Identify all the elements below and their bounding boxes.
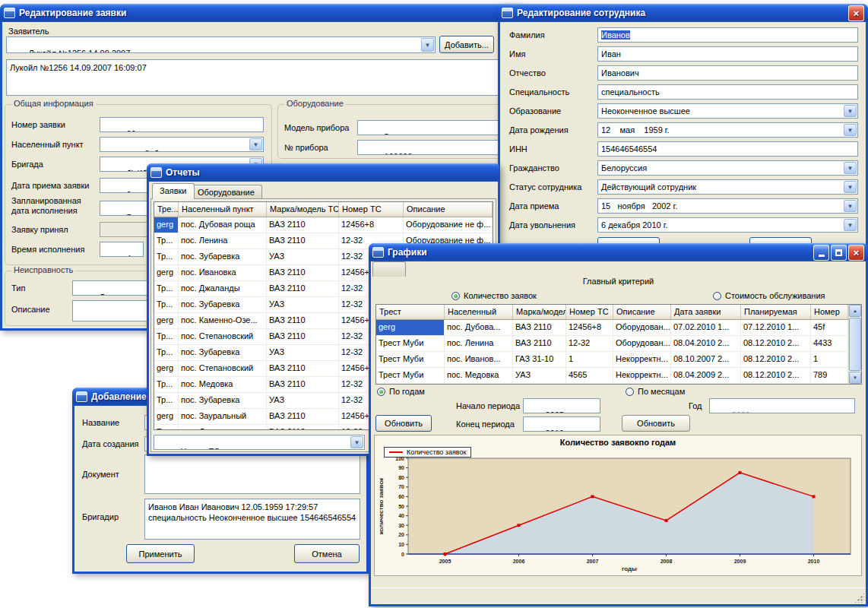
table-cell[interactable]: 12456+8 bbox=[566, 320, 613, 335]
table-cell[interactable]: пос. Иванов... bbox=[445, 352, 513, 367]
table-cell[interactable]: УАЗ bbox=[267, 393, 339, 408]
column-header[interactable]: Марка/модель ТС bbox=[267, 202, 339, 217]
titlebar-employee-edit[interactable]: Редактирование сотрудника × bbox=[498, 4, 868, 22]
table-cell[interactable]: ГАЗ 31-10 bbox=[513, 352, 566, 367]
minimize-button[interactable] bbox=[813, 245, 829, 261]
column-header[interactable]: Номер bbox=[811, 305, 848, 319]
titlebar-reports[interactable]: Отчеты bbox=[147, 163, 500, 182]
column-header[interactable]: Планируемая bbox=[741, 305, 811, 319]
refresh-year-button[interactable]: Обновить bbox=[622, 415, 690, 432]
table-cell[interactable]: ВАЗ 2110 bbox=[513, 320, 566, 335]
table-cell[interactable]: пос. Дубова... bbox=[445, 320, 513, 335]
table-cell[interactable]: пос. Зубаревка bbox=[179, 249, 267, 264]
scroll-down-button[interactable]: ▼ bbox=[849, 372, 861, 384]
chevron-down-icon[interactable]: ▼ bbox=[844, 162, 857, 174]
table-cell[interactable]: gerg bbox=[154, 361, 179, 376]
table-cell[interactable]: Тр... bbox=[154, 329, 179, 344]
table-cell[interactable]: пос. Степановский bbox=[179, 361, 267, 376]
tab-equipment[interactable]: Оборудование bbox=[190, 185, 262, 199]
scroll-up-button[interactable]: ▲ bbox=[849, 305, 861, 317]
radio-by-months[interactable]: По месяцам bbox=[626, 386, 685, 397]
chevron-down-icon[interactable]: ▼ bbox=[350, 436, 363, 448]
period-end-field[interactable]: 2010 bbox=[523, 416, 600, 432]
apply-button[interactable]: Применить bbox=[126, 544, 195, 563]
radio-by-years[interactable]: По годам bbox=[377, 386, 425, 397]
table-cell[interactable]: ВАЗ 2110 bbox=[267, 233, 339, 249]
table-cell[interactable]: Тр... bbox=[154, 233, 179, 249]
column-header[interactable]: Номер ТС bbox=[339, 202, 404, 217]
table-cell[interactable]: пос. Медовка bbox=[445, 368, 513, 383]
table-cell[interactable]: 1 bbox=[811, 352, 848, 367]
cancel-button[interactable]: Отмена bbox=[294, 544, 360, 563]
table-cell[interactable]: Тр... bbox=[154, 281, 179, 296]
table-cell[interactable]: пос. Каменно-Озе... bbox=[179, 313, 267, 328]
chevron-down-icon[interactable]: ▼ bbox=[844, 124, 857, 136]
year-field[interactable]: 2009 bbox=[709, 398, 855, 413]
table-cell[interactable]: Трест Муби bbox=[376, 336, 445, 351]
table-cell[interactable]: Тр... bbox=[154, 377, 179, 392]
refresh-button[interactable]: Обновить bbox=[375, 415, 432, 432]
table-cell[interactable]: Некорректн... bbox=[613, 352, 671, 367]
table-row[interactable]: Трест Мубипос. Иванов...ГАЗ 31-101Некорр… bbox=[376, 352, 848, 368]
table-cell[interactable]: 07.12.2010 1... bbox=[741, 320, 811, 335]
device-model-field[interactable]: 5 bbox=[357, 120, 513, 135]
table-cell[interactable]: пос. Зубаревка bbox=[179, 393, 267, 408]
radio-service-cost[interactable]: Стоимость обслуживания bbox=[713, 290, 825, 301]
table-cell[interactable]: 1 bbox=[566, 352, 613, 367]
table-cell[interactable]: ВАЗ 2110 bbox=[513, 336, 566, 351]
table-cell[interactable]: Трест Муби bbox=[376, 352, 445, 367]
column-header[interactable]: Описание bbox=[404, 202, 493, 217]
request-number-field[interactable]: 09 bbox=[100, 117, 264, 132]
close-button[interactable]: × bbox=[848, 245, 864, 261]
table-cell[interactable]: Оборудован... bbox=[613, 320, 671, 335]
close-button[interactable]: × bbox=[848, 5, 864, 21]
table-cell[interactable]: ВАЗ 2110 bbox=[267, 265, 339, 280]
add-applicant-button[interactable]: Добавить... bbox=[439, 36, 494, 53]
table-row[interactable]: Трест Мубипос. МедовкаУАЗ4565Некорректн.… bbox=[376, 368, 848, 384]
table-cell[interactable]: пос. Ивановка bbox=[179, 265, 267, 280]
table-cell[interactable]: пос. Степановский bbox=[179, 329, 267, 344]
table-cell[interactable]: Тр... bbox=[154, 297, 179, 312]
document-field[interactable] bbox=[144, 454, 360, 494]
table-cell[interactable]: 4433 bbox=[811, 336, 848, 351]
resize-grip[interactable] bbox=[854, 593, 864, 603]
employee-field-9[interactable]: 15 ноября 2002 г.▼ bbox=[597, 198, 858, 214]
table-cell[interactable]: gerg bbox=[154, 313, 179, 328]
table-cell[interactable]: gerg bbox=[376, 320, 445, 335]
table-cell[interactable]: пос. Зубаревка bbox=[179, 345, 267, 360]
column-header[interactable]: Дата заявки bbox=[671, 305, 741, 319]
employee-field-8[interactable]: Действующий сотрудник▼ bbox=[597, 179, 858, 195]
scrollbar-thumb[interactable] bbox=[849, 318, 861, 371]
applicant-combobox[interactable]: Лукойл №1256 14.09.2007 ▼ bbox=[6, 36, 436, 53]
column-header[interactable]: Трест bbox=[376, 305, 445, 319]
employee-field-6[interactable]: 154646546554 bbox=[597, 141, 858, 157]
exec-time-field[interactable]: 4 bbox=[100, 242, 144, 257]
table-row[interactable]: Трест Мубипос. ЛенинаВАЗ 211012-32Оборуд… bbox=[376, 336, 848, 352]
period-start-field[interactable]: 2005 bbox=[523, 398, 600, 413]
radio-request-count[interactable]: Количество заявок bbox=[451, 290, 537, 301]
column-header[interactable]: Тре... bbox=[154, 202, 179, 217]
vertical-scrollbar[interactable]: ▲ ▼ bbox=[848, 305, 861, 384]
table-cell[interactable]: УАЗ bbox=[513, 368, 566, 383]
table-cell[interactable]: пос. Ленина bbox=[179, 233, 267, 249]
table-cell[interactable]: 07.02.2010 1... bbox=[671, 320, 741, 335]
table-cell[interactable]: УАЗ bbox=[267, 249, 339, 264]
table-cell[interactable]: 08.10.2007 2... bbox=[671, 352, 741, 367]
table-cell[interactable]: пос. Дубовая роща bbox=[179, 217, 267, 233]
table-row[interactable]: gergпос. Дубова...ВАЗ 211012456+8Оборудо… bbox=[376, 320, 848, 336]
table-cell[interactable]: 08.04.2009 2... bbox=[671, 368, 741, 383]
table-cell[interactable]: ВАЗ 2110 bbox=[267, 281, 339, 296]
table-cell[interactable]: 789 bbox=[811, 368, 848, 383]
employee-field-1[interactable]: Иван bbox=[597, 46, 858, 62]
chevron-down-icon[interactable]: ▼ bbox=[844, 200, 857, 212]
employee-field-5[interactable]: 12 мая 1959 г.▼ bbox=[597, 122, 858, 138]
table-cell[interactable]: ВАЗ 2110 bbox=[267, 217, 339, 233]
column-header[interactable]: Описание bbox=[613, 305, 671, 319]
table-cell[interactable]: Тр... bbox=[154, 425, 179, 430]
employee-field-7[interactable]: Белоруссия▼ bbox=[597, 160, 858, 176]
table-cell[interactable]: 12-32 bbox=[566, 336, 613, 351]
table-cell[interactable]: Трест Муби bbox=[376, 368, 445, 383]
table-cell[interactable]: gerg bbox=[154, 409, 179, 424]
chevron-down-icon[interactable]: ▼ bbox=[844, 181, 857, 193]
applicant-info-box[interactable]: Лукойл №1256 14.09.2007 16:09:07 bbox=[6, 59, 513, 96]
